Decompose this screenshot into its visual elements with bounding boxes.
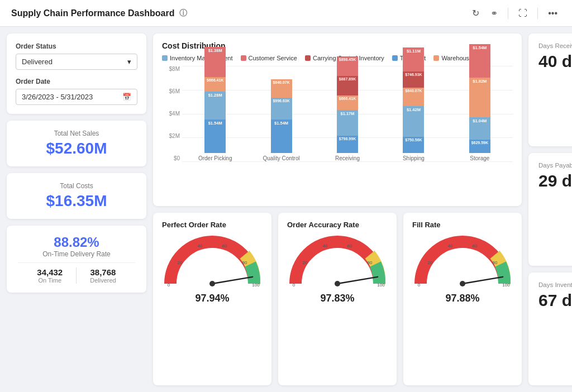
- delivered-count-label: Delivered: [90, 277, 116, 284]
- bar-seg: $666.41K: [204, 77, 226, 92]
- info-icon: ⓘ: [179, 8, 187, 18]
- gauge-accuracy-svg: 0 20 40 60 80 100: [287, 233, 388, 289]
- svg-text:40: 40: [198, 243, 203, 248]
- bar-seg: $1.28M: [204, 92, 226, 119]
- refresh-button[interactable]: ↻: [469, 6, 483, 21]
- bar-seg: $750.56K: [403, 137, 424, 153]
- svg-point-7: [209, 281, 215, 286]
- legend-customer-service: Customer Service: [241, 55, 297, 61]
- svg-point-23: [460, 281, 465, 286]
- chart-area: $1.54M $1.28M $666.41K $1.38M Order Pick…: [182, 66, 513, 161]
- svg-text:40: 40: [323, 243, 328, 248]
- svg-text:40: 40: [448, 243, 453, 248]
- kpi-receivable-value: 40 days: [538, 52, 572, 71]
- gauge-fill-svg: 0 20 40 60 80 100: [412, 233, 513, 289]
- delivered-count: 38,768 Delivered: [90, 267, 116, 284]
- total-costs-card: Total Costs $16.35M: [7, 173, 146, 219]
- page-title: Supply Chain Performance Dashboard ⓘ: [11, 8, 187, 18]
- kpi-days-receivable: Days Receivable Outstandi... ⓘ 40 days: [528, 34, 572, 146]
- bar-seg: $1.17M: [337, 110, 358, 136]
- expand-button[interactable]: ⛶: [515, 6, 531, 21]
- total-net-sales-card: Total Net Sales $52.60M: [7, 121, 146, 166]
- bar-seg: $1.54M: [469, 44, 490, 78]
- bar-seg: $898.45K: [337, 56, 358, 76]
- on-time-card: 88.82% On-Time Delivery Rate 34,432 On T…: [7, 226, 146, 293]
- chevron-down-icon: ▾: [127, 58, 131, 66]
- gauge-accuracy-title: Order Accuracy Rate: [287, 221, 359, 229]
- bar-seg: $996.63K: [271, 98, 292, 119]
- on-time-rate-label: On-Time Delivery Rate: [18, 250, 135, 258]
- header: Supply Chain Performance Dashboard ⓘ ↻ ⚭…: [0, 0, 572, 27]
- bar-chart-container: $8M $6M $4M $2M $0 $1.54M: [162, 66, 513, 175]
- filters-card: Order Status Delivered ▾ Order Date 3/26…: [7, 34, 146, 114]
- gauge-fill-value: 97.88%: [445, 293, 479, 304]
- on-time-count-label: On Time: [37, 277, 63, 284]
- svg-text:80: 80: [242, 260, 247, 265]
- bar-seg: $798.99K: [337, 136, 358, 153]
- left-column: Order Status Delivered ▾ Order Date 3/26…: [7, 34, 146, 385]
- bar-x-label: Receiving: [335, 155, 360, 161]
- gauge-fill-rate: Fill Rate 0 20 40 60 80 100 97.88%: [403, 213, 522, 385]
- on-time-count: 34,432 On Time: [37, 267, 63, 284]
- bar-group-storage: $629.59K $1.04M $1.82M $1.54M Storage: [449, 44, 511, 161]
- svg-text:20: 20: [428, 260, 433, 265]
- on-time-count-value: 34,432: [37, 267, 63, 277]
- svg-text:80: 80: [368, 260, 373, 265]
- cost-distribution-card: Cost Distribution Inventory Management C…: [153, 34, 522, 206]
- y-axis: $8M $6M $4M $2M $0: [162, 66, 182, 161]
- header-actions: ↻ ⚭ ⛶ •••: [469, 6, 561, 21]
- order-date-input[interactable]: 3/26/2023 - 5/31/2023 📅: [16, 89, 137, 105]
- kpi-payable-label: Days Payable Outstanding ⓘ: [538, 161, 572, 169]
- svg-text:100: 100: [377, 283, 385, 288]
- bar-x-label: Quality Control: [263, 155, 300, 161]
- order-status-select[interactable]: Delivered ▾: [16, 54, 137, 70]
- order-status-label: Order Status: [16, 42, 137, 50]
- svg-text:80: 80: [493, 260, 498, 265]
- kpi-inventory-value: 67 days: [538, 291, 572, 310]
- bar-seg: $1.38M: [204, 47, 226, 77]
- costs-value: $16.35M: [18, 192, 135, 210]
- gauge-order-accuracy: Order Accuracy Rate 0 20 40 60 80 100 97…: [278, 213, 397, 385]
- svg-text:100: 100: [252, 283, 260, 288]
- svg-text:60: 60: [347, 243, 352, 248]
- bar-group-quality-control: $1.54M $996.63K $840.07K Quality Control: [250, 79, 312, 161]
- bar-x-label: Shipping: [403, 155, 425, 161]
- svg-text:100: 100: [502, 283, 510, 288]
- kpi-inventory-label: Days Inventory Outstanding ⓘ: [538, 280, 572, 289]
- dashboard: Order Status Delivered ▾ Order Date 3/26…: [0, 27, 572, 392]
- bar-seg: $1.82M: [469, 78, 490, 117]
- bar-seg: $887.89K: [337, 76, 358, 95]
- svg-text:20: 20: [178, 260, 183, 265]
- svg-line-6: [212, 277, 253, 284]
- svg-text:0: 0: [418, 283, 421, 288]
- bar-seg: $1.11M: [403, 47, 424, 71]
- svg-line-14: [337, 277, 378, 284]
- bar-group-shipping: $750.56K $1.42M $840.07K $746.93K $1.11M…: [383, 47, 444, 161]
- bar-x-label: Order Picking: [198, 155, 232, 161]
- kpi-days-payable: Days Payable Outstanding ⓘ 29 days: [528, 153, 572, 266]
- gauge-perfect-value: 97.94%: [195, 293, 229, 304]
- svg-text:20: 20: [303, 260, 308, 265]
- order-status-value: Delivered: [22, 58, 53, 66]
- bar-seg: $840.07K: [403, 88, 424, 106]
- svg-text:60: 60: [473, 243, 478, 248]
- svg-text:0: 0: [293, 283, 295, 288]
- more-button[interactable]: •••: [545, 6, 561, 21]
- on-time-rate-value: 88.82%: [18, 235, 135, 250]
- gauge-perfect-title: Perfect Order Rate: [162, 221, 226, 229]
- gauge-perfect-svg: 0 20 40 60 80 100: [162, 233, 263, 289]
- link-button[interactable]: ⚭: [487, 6, 501, 21]
- gauge-fill-title: Fill Rate: [412, 221, 441, 229]
- bottom-gauges: Perfect Order Rate 0 20 40 60 80 100 97.…: [153, 213, 522, 385]
- bar-seg: $746.93K: [403, 71, 424, 88]
- costs-label: Total Costs: [18, 182, 135, 190]
- gauge-perfect-order: Perfect Order Rate 0 20 40 60 80 100 97.…: [153, 213, 271, 385]
- bar-seg: $1.54M: [271, 119, 292, 153]
- on-time-sub: 34,432 On Time 38,768 Delivered: [18, 267, 135, 284]
- bar-seg: $629.59K: [469, 140, 490, 153]
- bar-seg: $666.41K: [337, 95, 358, 110]
- kpi-payable-value: 29 days: [538, 171, 572, 190]
- right-column: Days Receivable Outstandi... ⓘ 40 days D…: [528, 34, 572, 385]
- delivered-count-value: 38,768: [90, 267, 116, 277]
- bar-seg: $1.42M: [403, 106, 424, 137]
